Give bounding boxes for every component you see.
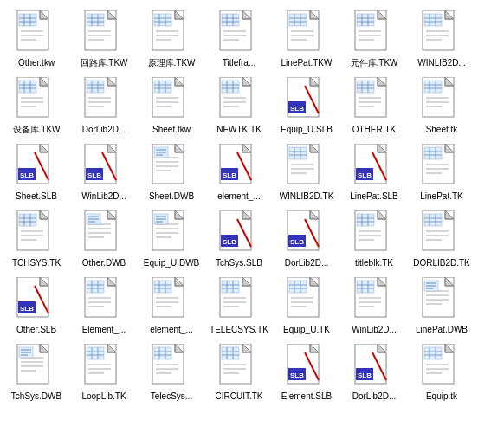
- file-label: Other.DWB: [82, 258, 126, 268]
- file-icon: SLB: [286, 344, 327, 389]
- file-label: WINLIB2D.TK: [280, 191, 334, 202]
- svg-rect-52: [289, 14, 307, 26]
- file-icon: [151, 210, 192, 255]
- file-item[interactable]: SLBelement_...: [206, 140, 272, 205]
- file-item[interactable]: 回路库.TKW: [71, 7, 137, 72]
- file-label: Sheet.DWB: [149, 191, 194, 202]
- file-item[interactable]: 元件库.TKW: [341, 7, 407, 72]
- file-label: Sheet.SLB: [16, 191, 57, 202]
- file-icon: [151, 344, 192, 389]
- file-label: TchSys.DWB: [11, 391, 61, 402]
- file-item[interactable]: WinLib2D...: [341, 274, 407, 339]
- file-item[interactable]: LoopLib.TK: [71, 340, 137, 405]
- file-item[interactable]: LinePat.TK: [409, 140, 475, 205]
- svg-rect-348: [289, 281, 307, 293]
- file-icon: SLB: [353, 344, 395, 389]
- file-item[interactable]: 原理库.TKW: [139, 7, 204, 72]
- file-item[interactable]: CIRCUIT.TK: [206, 340, 272, 405]
- file-item[interactable]: TchSys.DWB: [3, 340, 69, 405]
- file-item[interactable]: Sheet.tk: [409, 74, 475, 139]
- file-label: Other.SLB: [16, 325, 56, 335]
- file-icon: [83, 277, 125, 322]
- file-item[interactable]: Sheet.tkw: [139, 74, 204, 139]
- file-item[interactable]: DORLIB2D.TK: [409, 207, 475, 272]
- file-icon: [16, 77, 57, 122]
- file-icon: [421, 277, 462, 322]
- file-icon: [218, 277, 260, 322]
- file-item[interactable]: Other.tkw: [3, 7, 69, 72]
- file-icon: [151, 10, 192, 55]
- file-item[interactable]: SLBLinePat.SLB: [341, 140, 407, 205]
- file-item[interactable]: SLBOther.SLB: [3, 274, 69, 339]
- file-item[interactable]: Titlefra...: [206, 7, 272, 72]
- svg-rect-100: [87, 81, 104, 93]
- svg-rect-124: [222, 81, 239, 93]
- file-item[interactable]: element_...: [139, 274, 204, 339]
- svg-rect-336: [222, 281, 239, 293]
- svg-rect-420: [222, 347, 239, 359]
- file-item[interactable]: TelecSys...: [139, 340, 204, 405]
- file-item[interactable]: LinePat.TKW: [274, 7, 339, 72]
- file-item[interactable]: Element_...: [71, 274, 137, 339]
- file-item[interactable]: Equip.tk: [409, 340, 475, 405]
- svg-text:SLB: SLB: [290, 105, 304, 113]
- file-icon: [353, 77, 395, 122]
- file-item[interactable]: Sheet.DWB: [139, 140, 204, 205]
- file-item[interactable]: WINLIB2D.TK: [274, 140, 339, 205]
- file-label: OTHER.TK: [352, 125, 397, 135]
- file-label: LinePat.DWB: [416, 325, 468, 335]
- file-label: NEWTK.TK: [216, 125, 262, 135]
- file-item[interactable]: titleblk.TK: [341, 207, 407, 272]
- file-item[interactable]: Other.DWB: [71, 207, 137, 272]
- file-icon: [218, 10, 260, 55]
- file-item[interactable]: SLBElement.SLB: [274, 340, 339, 405]
- svg-rect-16: [87, 14, 104, 26]
- file-item[interactable]: SLBWinLib2D...: [71, 140, 137, 205]
- svg-rect-219: [424, 147, 442, 159]
- file-label: Equip.tk: [426, 391, 457, 402]
- svg-rect-143: [357, 81, 374, 93]
- file-icon: SLB: [353, 144, 395, 189]
- file-icon: SLB: [218, 144, 260, 189]
- svg-rect-88: [19, 81, 36, 93]
- svg-text:SLB: SLB: [20, 171, 34, 179]
- file-icon: [353, 277, 395, 322]
- file-icon: [83, 10, 125, 55]
- file-item[interactable]: TCHSYS.TK: [3, 207, 69, 272]
- file-item[interactable]: Equip_U.DWB: [139, 207, 204, 272]
- file-icon: [16, 210, 57, 255]
- file-icon: [421, 77, 462, 122]
- svg-rect-281: [357, 214, 374, 226]
- file-icon: [286, 10, 327, 55]
- file-label: WinLib2D...: [81, 191, 126, 202]
- file-item[interactable]: WINLIB2D...: [409, 7, 475, 72]
- file-item[interactable]: LinePat.DWB: [409, 274, 475, 339]
- file-label: Other.tkw: [18, 58, 55, 68]
- file-icon: [218, 77, 260, 122]
- file-icon: [151, 77, 192, 122]
- file-item[interactable]: SLBEquip_U.SLB: [274, 74, 339, 139]
- file-icon: SLB: [16, 277, 57, 322]
- svg-rect-360: [357, 281, 374, 293]
- file-item[interactable]: 设备库.TKW: [3, 74, 69, 139]
- file-item[interactable]: NEWTK.TK: [206, 74, 272, 139]
- file-label: 元件库.TKW: [351, 58, 398, 68]
- file-item[interactable]: SLBDorLib2D...: [274, 207, 339, 272]
- file-label: LinePat.SLB: [350, 191, 398, 202]
- file-item[interactable]: SLBTchSys.SLB: [206, 207, 272, 272]
- file-item[interactable]: Equip_U.TK: [274, 274, 339, 339]
- file-item[interactable]: TELECSYS.TK: [206, 274, 272, 339]
- file-icon: [83, 210, 125, 255]
- file-icon: [83, 77, 125, 122]
- file-item[interactable]: OTHER.TK: [341, 74, 407, 139]
- file-item[interactable]: SLBSheet.SLB: [3, 140, 69, 205]
- file-item[interactable]: DorLib2D...: [71, 74, 137, 139]
- svg-rect-324: [154, 281, 171, 293]
- svg-rect-155: [424, 81, 442, 93]
- svg-rect-293: [424, 214, 442, 226]
- svg-rect-408: [154, 347, 171, 359]
- file-item[interactable]: SLBDorLib2D...: [341, 340, 407, 405]
- svg-rect-200: [289, 147, 307, 159]
- file-icon: [16, 10, 57, 55]
- svg-rect-64: [357, 14, 374, 26]
